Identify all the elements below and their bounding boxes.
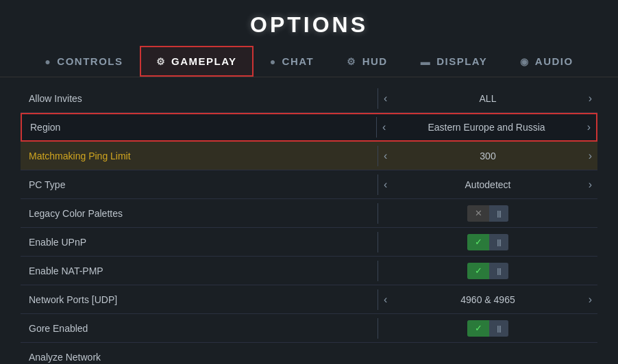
matchmaking-ping-text: 300: [399, 151, 576, 161]
controls-icon: ●: [45, 56, 51, 67]
gore-enabled-label: Gore Enabled: [21, 323, 378, 334]
chat-icon: ●: [270, 56, 277, 67]
gore-enabled-bars: |||: [489, 320, 508, 337]
network-ports-value: ‹ 4960 & 4965 ›: [378, 291, 597, 308]
region-prev[interactable]: ‹: [377, 119, 391, 135]
matchmaking-ping-label: Matchmaking Ping Limit: [21, 151, 378, 161]
gore-enabled-switch[interactable]: ✓ |||: [467, 320, 508, 337]
page-title: OPTIONS: [0, 0, 618, 46]
tab-audio-label: AUDIO: [535, 55, 573, 67]
matchmaking-ping-next[interactable]: ›: [583, 148, 597, 164]
region-text: Eastern Europe and Russia: [398, 122, 574, 133]
enable-upnp-label: Enable UPnP: [21, 237, 378, 248]
legacy-color-label: Legacy Color Palettes: [21, 208, 378, 219]
region-next[interactable]: ›: [582, 119, 596, 135]
row-region: Region ‹ Eastern Europe and Russia ›: [21, 113, 597, 142]
enable-upnp-value: ✓ |||: [378, 234, 597, 250]
network-ports-text: 4960 & 4965: [399, 294, 576, 305]
pc-type-label: PC Type: [21, 179, 378, 190]
region-label: Region: [22, 122, 376, 133]
tab-chat[interactable]: ● CHAT: [254, 46, 331, 77]
enable-nat-pmp-toggle[interactable]: ✓ |||: [467, 263, 508, 279]
network-ports-label: Network Ports [UDP]: [21, 294, 378, 305]
tabs-bar: ● CONTROLS ⚙ GAMEPLAY ● CHAT ⚙ HUD ▬ DIS…: [0, 46, 618, 77]
allow-invites-prev[interactable]: ‹: [378, 90, 393, 107]
tab-hud-label: HUD: [362, 55, 388, 67]
legacy-color-value[interactable]: ✕ |||: [378, 205, 597, 222]
tab-controls[interactable]: ● CONTROLS: [28, 46, 139, 77]
allow-invites-label: Allow Invites: [21, 93, 378, 104]
enable-upnp-bars: |||: [489, 234, 508, 250]
matchmaking-ping-value: ‹ 300 ›: [378, 148, 597, 164]
row-gore-enabled: Gore Enabled ✓ |||: [21, 314, 597, 343]
legacy-color-check: ✕: [467, 205, 489, 222]
tab-controls-label: CONTROLS: [57, 55, 123, 67]
tab-hud[interactable]: ⚙ HUD: [330, 46, 404, 77]
audio-icon: ◉: [520, 56, 530, 67]
enable-nat-pmp-bars: |||: [489, 263, 508, 279]
legacy-color-toggle[interactable]: ✕ |||: [467, 205, 508, 222]
legacy-color-switch[interactable]: ✕ |||: [467, 205, 508, 222]
pc-type-prev[interactable]: ‹: [378, 177, 393, 193]
row-matchmaking-ping: Matchmaking Ping Limit ‹ 300 ›: [21, 142, 597, 170]
row-network-ports: Network Ports [UDP] ‹ 4960 & 4965 ›: [21, 285, 597, 314]
enable-upnp-check: ✓: [467, 234, 489, 250]
network-ports-prev[interactable]: ‹: [378, 291, 393, 308]
tab-chat-label: CHAT: [282, 55, 314, 67]
row-allow-invites: Allow Invites ‹ ALL ›: [21, 84, 597, 113]
allow-invites-value: ‹ ALL ›: [378, 90, 597, 107]
enable-nat-pmp-value: ✓ |||: [378, 263, 597, 279]
legacy-color-bars: |||: [489, 205, 508, 222]
gore-enabled-toggle[interactable]: ✓ |||: [467, 320, 508, 337]
row-analyze-network: Analyze Network: [21, 343, 597, 364]
pc-type-value: ‹ Autodetect ›: [378, 177, 597, 193]
gore-enabled-check: ✓: [467, 320, 489, 337]
tab-audio[interactable]: ◉ AUDIO: [504, 46, 589, 77]
analyze-network-label: Analyze Network: [21, 352, 378, 363]
tab-gameplay-label: GAMEPLAY: [171, 55, 237, 67]
enable-nat-pmp-switch[interactable]: ✓ |||: [467, 263, 508, 279]
tab-display-label: DISPLAY: [436, 55, 487, 67]
pc-type-next[interactable]: ›: [583, 177, 597, 193]
enable-upnp-toggle[interactable]: ✓ |||: [467, 234, 508, 250]
network-ports-next[interactable]: ›: [583, 291, 597, 308]
tab-gameplay[interactable]: ⚙ GAMEPLAY: [140, 46, 254, 77]
enable-upnp-switch[interactable]: ✓ |||: [467, 234, 508, 250]
row-enable-nat-pmp: Enable NAT-PMP ✓ |||: [21, 257, 597, 285]
enable-nat-pmp-check: ✓: [467, 263, 489, 279]
gore-enabled-value: ✓ |||: [378, 320, 597, 337]
pc-type-text: Autodetect: [399, 179, 576, 190]
gameplay-icon: ⚙: [156, 56, 166, 67]
row-enable-upnp: Enable UPnP ✓ |||: [21, 228, 597, 257]
row-pc-type: PC Type ‹ Autodetect ›: [21, 170, 597, 199]
tab-display[interactable]: ▬ DISPLAY: [404, 46, 504, 77]
enable-nat-pmp-label: Enable NAT-PMP: [21, 265, 378, 276]
settings-content: Allow Invites ‹ ALL › Region ‹ Eastern E…: [0, 77, 618, 364]
region-value: ‹ Eastern Europe and Russia ›: [377, 119, 596, 135]
allow-invites-text: ALL: [399, 93, 576, 104]
display-icon: ▬: [421, 56, 432, 67]
row-legacy-color: Legacy Color Palettes ✕ |||: [21, 199, 597, 228]
hud-icon: ⚙: [347, 56, 357, 67]
matchmaking-ping-prev[interactable]: ‹: [378, 148, 393, 164]
allow-invites-next[interactable]: ›: [583, 90, 597, 107]
